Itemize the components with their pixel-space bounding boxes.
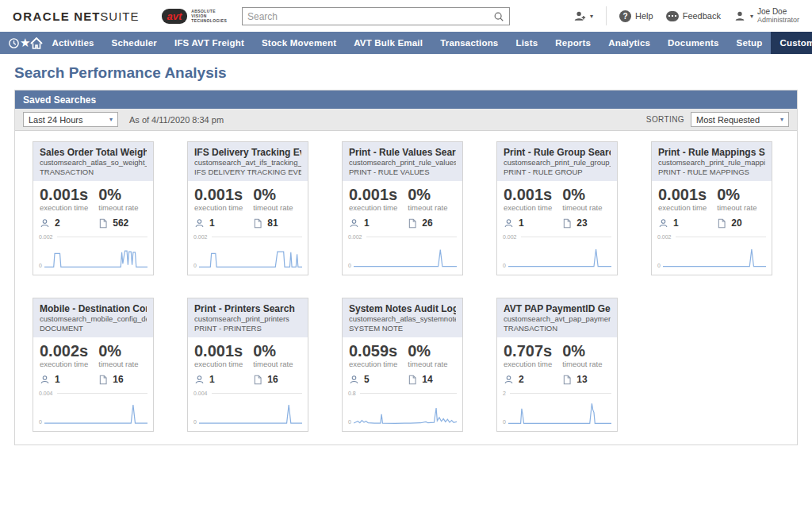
execution-time-label: execution time: [504, 360, 562, 368]
nav-item-analytics[interactable]: Analytics: [599, 32, 659, 54]
card-header: Print - Rule Group Search customsearch_p…: [497, 142, 617, 181]
nav-item-setup[interactable]: Setup: [728, 32, 772, 54]
nav-item-ifs-avt-freight[interactable]: IFS AVT Freight: [166, 32, 253, 54]
timeout-rate-metric: 0% timeout rate: [562, 343, 611, 368]
saved-search-card[interactable]: Print - Rule Group Search customsearch_p…: [496, 141, 618, 275]
page-count-icon: [562, 218, 572, 229]
spark-line: [199, 241, 302, 269]
saved-search-card[interactable]: AVT PAP PaymentID Genera... customsearch…: [496, 298, 618, 432]
shortcuts-star-icon[interactable]: ★: [20, 32, 30, 54]
nav-item-reports[interactable]: Reports: [546, 32, 599, 54]
search-script-id: customsearch_atlas_so_weight_rpt: [40, 158, 147, 167]
user-menu[interactable]: ▾ Joe Doe Administrator: [733, 7, 799, 25]
metrics-row: 0.001s execution time 0% timeout rate: [188, 181, 308, 212]
execution-time-metric: 0.059s execution time: [349, 343, 408, 368]
requests-count: 81: [253, 217, 278, 229]
sparkline-chart: 0.002 0: [652, 232, 772, 275]
spark-gridline: [676, 237, 766, 237]
quick-add-button[interactable]: ▾: [573, 10, 593, 22]
add-record-icon: [573, 10, 586, 22]
filter-row: Last 24 Hours ▾ As of 4/11/2020 8:34 pm …: [15, 109, 797, 131]
counts-row: 1 16: [33, 368, 153, 388]
requests-count: 14: [408, 374, 432, 385]
help-button[interactable]: ? Help: [619, 10, 653, 22]
nav-item-stock-movement[interactable]: Stock Movement: [253, 32, 345, 54]
timeout-rate-label: timeout rate: [98, 203, 147, 212]
search-script-id: customsearch_print_rule_group_search: [504, 158, 611, 167]
feedback-button[interactable]: Feedback: [666, 11, 721, 21]
card-header: Print - Printers Search customsearch_pri…: [188, 298, 308, 337]
search-title: Print - Printers Search: [194, 303, 301, 314]
execution-time-value: 0.059s: [349, 343, 408, 360]
saved-search-card[interactable]: Mobile - Destination Config ... customse…: [33, 298, 154, 432]
spark-ymin-label: 0: [657, 263, 661, 269]
nav-item-activities[interactable]: Activities: [43, 32, 102, 54]
avt-logo: avt ABSOLUTE VISION TECHNOLOGIES: [162, 9, 228, 24]
execution-time-metric: 0.001s execution time: [658, 187, 717, 212]
spark-line: [508, 397, 611, 425]
requests-count: 23: [562, 217, 587, 229]
unique-users-count: 1: [504, 217, 562, 229]
nav-item-transactions[interactable]: Transactions: [431, 32, 507, 54]
nav-item-customization[interactable]: Customization: [771, 32, 812, 54]
record-type: PRINT - RULE VALUES: [349, 167, 456, 177]
oracle-wordmark: ORACLE: [13, 10, 70, 23]
saved-search-card[interactable]: IFS Delivery Tracking Event ... customse…: [187, 141, 308, 275]
saved-search-card[interactable]: System Notes Audit Log customsearch_atla…: [342, 298, 463, 432]
execution-time-label: execution time: [349, 360, 408, 368]
feedback-icon: [666, 11, 679, 21]
execution-time-metric: 0.001s execution time: [194, 343, 253, 368]
nav-item-lists[interactable]: Lists: [507, 32, 546, 54]
execution-time-metric: 0.001s execution time: [349, 187, 408, 212]
counts-row: 1 20: [652, 212, 772, 232]
card-header: AVT PAP PaymentID Genera... customsearch…: [497, 298, 617, 337]
spark-gridline: [212, 393, 302, 394]
timeout-rate-value: 0%: [562, 187, 611, 203]
spark-ymin-label: 0: [193, 419, 197, 425]
page-count-icon: [717, 218, 726, 229]
home-icon[interactable]: [30, 32, 43, 54]
page-count-icon: [408, 218, 417, 229]
sorting-select[interactable]: Most Requested ▾: [691, 112, 789, 127]
metrics-row: 0.001s execution time 0% timeout rate: [497, 181, 617, 212]
nav-item-avt-bulk-email[interactable]: AVT Bulk Email: [345, 32, 431, 54]
spark-line: [354, 397, 457, 425]
spark-line: [44, 241, 147, 269]
sparkline-chart: 0.002 0: [343, 232, 462, 275]
page-count-icon: [98, 375, 108, 385]
spark-ymax-label: 2: [503, 391, 506, 397]
execution-time-value: 0.001s: [504, 187, 562, 203]
saved-search-card[interactable]: Print - Rule Values Search customsearch_…: [342, 141, 463, 275]
search-title: Print - Rule Values Search: [349, 147, 456, 158]
user-name: Joe Doe: [757, 7, 799, 16]
nav-item-scheduler[interactable]: Scheduler: [103, 32, 166, 54]
search-input[interactable]: [247, 11, 493, 22]
timeout-rate-label: timeout rate: [562, 203, 611, 212]
search-title: Print - Rule Group Search: [504, 147, 611, 158]
spark-ymin-label: 0: [348, 419, 351, 425]
timeout-rate-metric: 0% timeout rate: [98, 343, 147, 368]
search-script-id: customsearch_avt_pap_paymentid_ge...: [504, 314, 611, 324]
timeout-rate-label: timeout rate: [408, 360, 456, 368]
sorting-control: SORTING Most Requested ▾: [646, 112, 789, 127]
saved-search-card[interactable]: Print - Rule Mappings Search customsearc…: [651, 141, 772, 275]
spark-line: [663, 241, 766, 269]
execution-time-label: execution time: [658, 203, 717, 212]
recent-records-icon[interactable]: [8, 32, 20, 54]
saved-search-card[interactable]: Print - Printers Search customsearch_pri…: [187, 298, 308, 432]
sorting-label: SORTING: [646, 115, 684, 124]
time-range-select[interactable]: Last 24 Hours ▾: [23, 112, 118, 127]
execution-time-label: execution time: [194, 360, 253, 368]
sparkline-chart: 0.002 0: [188, 232, 308, 275]
nav-item-documents[interactable]: Documents: [659, 32, 727, 54]
spark-gridline: [360, 393, 457, 394]
search-icon[interactable]: [493, 11, 504, 22]
unique-users-count: 1: [658, 217, 717, 229]
saved-search-card[interactable]: Sales Order Total Weight customsearch_at…: [33, 141, 154, 275]
global-search[interactable]: [242, 7, 510, 25]
cards-area: Sales Order Total Weight customsearch_at…: [15, 131, 797, 444]
record-type: PRINT - PRINTERS: [194, 324, 301, 333]
spark-ymax-label: 0.002: [348, 234, 362, 241]
execution-time-value: 0.001s: [658, 187, 717, 203]
search-title: Print - Rule Mappings Search: [658, 147, 765, 158]
